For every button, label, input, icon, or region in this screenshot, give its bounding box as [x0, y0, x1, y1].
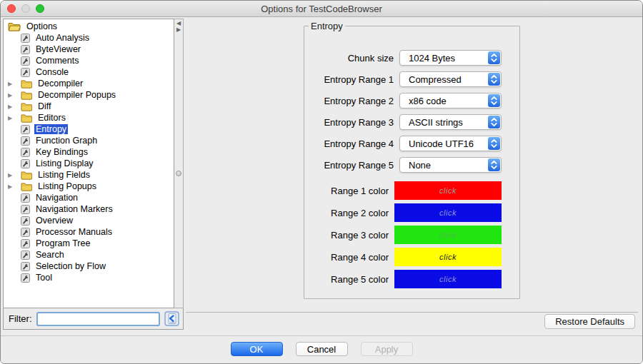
color-button-range-1-color[interactable]: click — [394, 181, 502, 200]
groupbox-title: Entropy — [309, 21, 345, 31]
folder-icon — [21, 113, 32, 123]
tree-item-label: Comments — [34, 56, 80, 66]
tree-item-function-graph[interactable]: Function Graph — [4, 135, 174, 146]
minimize-button[interactable] — [21, 4, 30, 13]
expand-arrow-icon[interactable]: ▶ — [6, 92, 21, 98]
tree-item-listing-popups[interactable]: ▶Listing Popups — [4, 181, 174, 192]
tree-item-selection-by-flow[interactable]: Selection by Flow — [4, 261, 174, 272]
tree-item-label: Search — [34, 250, 66, 260]
tree-item-auto-analysis[interactable]: Auto Analysis — [4, 32, 174, 44]
tree-item-comments[interactable]: Comments — [4, 55, 174, 66]
expand-arrow-icon[interactable]: ▶ — [6, 115, 21, 121]
options-node-icon — [21, 239, 30, 248]
tree-item-console[interactable]: Console — [4, 66, 174, 78]
expand-arrow-icon[interactable]: ▶ — [6, 81, 21, 87]
select-entropy-range-4[interactable]: Unicode UTF16 — [399, 136, 502, 151]
color-button-range-3-color[interactable]: click — [394, 226, 502, 244]
tree-item-label: Function Graph — [34, 136, 99, 146]
zoom-button[interactable] — [36, 4, 44, 13]
filter-input[interactable] — [36, 312, 161, 326]
tree-item-navigation-markers[interactable]: Navigation Markers — [4, 203, 174, 215]
tree-item-listing-display[interactable]: Listing Display — [4, 158, 174, 169]
tree-item-label: Listing Fields — [36, 170, 91, 180]
tree-item-editors[interactable]: ▶Editors — [4, 112, 174, 123]
select-chunk-size[interactable]: 1024 Bytes — [399, 50, 502, 66]
expand-arrow-icon[interactable]: ▶ — [6, 172, 21, 178]
folder-icon — [21, 91, 32, 100]
tree-item-tool[interactable]: Tool — [4, 272, 174, 283]
field-label: Range 2 color — [331, 208, 389, 218]
cancel-button[interactable]: Cancel — [296, 342, 348, 356]
expand-arrow-icon[interactable]: ▶ — [6, 103, 21, 110]
select-entropy-range-1[interactable]: Compressed — [399, 71, 502, 87]
color-button-range-4-color[interactable]: click — [394, 248, 502, 266]
stepper-chevrons-icon — [488, 73, 500, 86]
collapse-left-icon[interactable]: ◀ — [174, 20, 183, 26]
select-entropy-range-3[interactable]: ASCII strings — [399, 114, 502, 130]
color-button-range-2-color[interactable]: click — [394, 203, 502, 222]
field-label: Chunk size — [348, 53, 394, 64]
tree-item-search[interactable]: Search — [4, 249, 174, 261]
select-value: 1024 Bytes — [400, 53, 455, 64]
select-value: None — [400, 160, 431, 171]
close-button[interactable] — [7, 4, 16, 13]
traffic-lights — [7, 4, 44, 13]
tree-item-label: Key Bindings — [34, 147, 89, 157]
restore-row: Restore Defaults — [186, 313, 638, 330]
select-value: Unicode UTF16 — [400, 138, 474, 149]
grip-icon[interactable] — [176, 171, 181, 176]
tree-item-decompiler[interactable]: ▶Decompiler — [4, 78, 174, 89]
filter-options-button[interactable] — [164, 311, 179, 326]
tree-item-label: Decompiler Popups — [36, 90, 117, 100]
tree-item-label: Auto Analysis — [34, 33, 91, 43]
tree-item-entropy[interactable]: Entropy — [4, 123, 174, 135]
ok-button[interactable]: OK — [231, 342, 283, 356]
tree-item-label: Diff — [36, 101, 53, 111]
form-row-range-4-color: Range 4 colorclick — [304, 248, 519, 266]
options-node-icon — [21, 68, 30, 77]
filter-options-icon — [164, 311, 179, 326]
field-label: Range 1 color — [331, 186, 389, 196]
form-row-range-3-color: Range 3 colorclick — [304, 226, 519, 244]
tree-item-label: Listing Display — [34, 158, 95, 168]
folder-icon — [21, 79, 32, 89]
apply-button[interactable]: Apply — [361, 342, 413, 356]
tree-item-label: Decompiler — [36, 79, 84, 89]
tree-item-listing-fields[interactable]: ▶Listing Fields — [4, 169, 174, 181]
tree-item-processor-manuals[interactable]: Processor Manuals — [4, 226, 174, 238]
restore-defaults-button[interactable]: Restore Defaults — [544, 314, 635, 329]
tree-item-label: Listing Popups — [36, 181, 98, 191]
field-label: Entropy Range 5 — [324, 160, 394, 171]
tree-item-key-bindings[interactable]: Key Bindings — [4, 146, 174, 158]
options-node-icon — [21, 136, 30, 146]
options-editor-panel: Entropy Chunk size1024 BytesEntropy Rang… — [186, 19, 638, 313]
collapse-right-icon[interactable]: ▶ — [174, 26, 183, 33]
tree-item-overview[interactable]: Overview — [4, 215, 174, 226]
tree-item-decompiler-popups[interactable]: ▶Decompiler Popups — [4, 89, 174, 101]
select-entropy-range-2[interactable]: x86 code — [399, 93, 502, 108]
options-node-icon — [21, 148, 30, 157]
options-node-icon — [21, 205, 30, 214]
splitter[interactable]: ◀ ▶ — [174, 19, 184, 308]
options-node-icon — [21, 251, 30, 260]
select-value: ASCII strings — [400, 117, 463, 128]
select-entropy-range-5[interactable]: None — [399, 157, 502, 173]
tree-item-label: Console — [34, 67, 70, 77]
stepper-chevrons-icon — [488, 94, 500, 107]
tree-item-byteviewer[interactable]: ByteViewer — [4, 44, 174, 55]
field-label: Range 3 color — [331, 230, 389, 241]
entropy-form: Chunk size1024 BytesEntropy Range 1Compr… — [304, 31, 519, 288]
tree-item-options[interactable]: Options — [4, 21, 174, 32]
color-button-range-5-color[interactable]: click — [394, 270, 502, 288]
stepper-chevrons-icon — [488, 116, 500, 128]
tree-item-diff[interactable]: ▶Diff — [4, 101, 174, 112]
options-tree: OptionsAuto AnalysisByteViewerCommentsCo… — [3, 19, 174, 308]
tree-item-label: Options — [25, 21, 59, 31]
tree-item-program-tree[interactable]: Program Tree — [4, 238, 174, 249]
tree-item-label: Navigation — [34, 193, 79, 203]
select-value: x86 code — [400, 96, 447, 106]
tree-item-navigation[interactable]: Navigation — [4, 192, 174, 203]
options-node-icon — [21, 45, 30, 54]
expand-arrow-icon[interactable]: ▶ — [6, 183, 21, 190]
tree-item-label: Editors — [36, 113, 67, 123]
